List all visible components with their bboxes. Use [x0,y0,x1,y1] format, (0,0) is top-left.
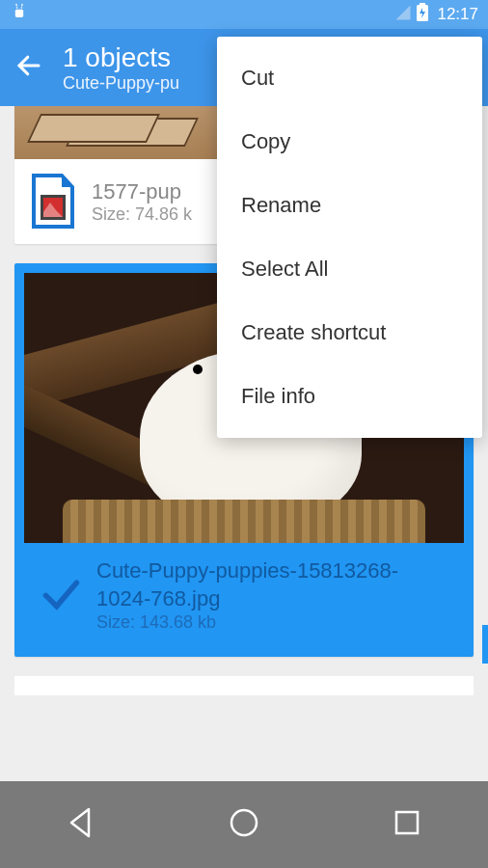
file-name: 1577-pup [92,179,192,204]
app-bar-title: 1 objects [63,42,179,73]
clock-time: 12:17 [437,5,478,24]
menu-item-create-shortcut[interactable]: Create shortcut [217,301,482,365]
image-file-icon [29,174,77,230]
menu-item-rename[interactable]: Rename [217,174,482,237]
file-size: Size: 143.68 kb [96,612,449,633]
file-size: Size: 74.86 k [92,204,192,225]
svg-rect-0 [15,10,23,17]
battery-icon [416,3,429,26]
context-menu: Cut Copy Rename Select All Create shortc… [217,37,482,438]
scroll-indicator [482,625,488,664]
file-card[interactable] [14,676,474,695]
svg-rect-8 [396,812,418,833]
nav-back-icon[interactable] [64,805,98,844]
back-arrow-icon[interactable] [14,51,43,84]
menu-item-select-all[interactable]: Select All [217,237,482,301]
signal-icon [394,4,412,25]
nav-recent-icon[interactable] [390,805,424,844]
svg-rect-4 [420,3,425,6]
navigation-bar [0,781,488,868]
status-bar: 12:17 [0,0,488,29]
checkmark-icon [39,572,82,619]
svg-point-2 [21,7,23,9]
android-logo-icon [10,3,29,26]
nav-home-icon[interactable] [227,805,261,844]
menu-item-cut[interactable]: Cut [217,46,482,110]
menu-item-file-info[interactable]: File info [217,365,482,428]
menu-item-copy[interactable]: Copy [217,110,482,174]
svg-point-7 [231,810,257,835]
svg-point-1 [16,7,18,9]
app-bar-subtitle: Cute-Puppy-pu [63,73,179,94]
file-name: Cute-Puppy-puppies-15813268-1024-768.jpg [96,557,449,612]
